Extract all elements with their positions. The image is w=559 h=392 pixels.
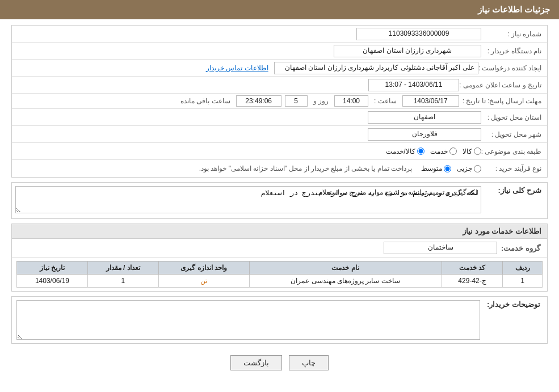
purchase-mutavasset-label: متوسط (421, 165, 442, 172)
contact-link[interactable]: اطلاعات تماس خریدار (206, 64, 268, 72)
purchase-type-row: نوع فرآیند خرید : متوسط جزیی پرداخت تمام… (12, 160, 547, 177)
page-wrapper: جزئیات اطلاعات نیاز شماره نیاز : 1103093… (0, 0, 559, 392)
col-header-name: نام خدمت (249, 262, 442, 275)
need-number-label: شماره نیاز : (481, 30, 544, 38)
col-header-date: تاریخ نیاز (17, 262, 88, 275)
services-table-body: 1 ج-42-429 ساخت سایر پروژه‌های مهندسی عم… (17, 275, 543, 288)
purchase-jozi-label: جزیی (457, 165, 472, 172)
service-group-value: ساختمان (384, 242, 497, 254)
services-section: اطلاعات خدمات مورد نیاز گروه خدمت: ساختم… (11, 224, 548, 292)
remaining-time: 23:49:06 (236, 95, 281, 107)
buyer-org-value: شهرداری زارزان استان اصفهان (334, 45, 481, 57)
category-kala-option[interactable]: کالا (463, 147, 481, 155)
delivery-province-label: استان محل تحویل : (481, 113, 544, 121)
remaining-label: روز و (311, 97, 331, 105)
col-header-row: ردیف (503, 262, 543, 275)
need-number-value: 1103093336000009 (356, 28, 481, 40)
cell-name: ساخت سایر پروژه‌های مهندسی عمران (249, 275, 442, 288)
remaining-days: 5 (285, 95, 308, 107)
public-announce-row: تاریخ و ساعت اعلان عمومی : 1403/06/11 - … (12, 77, 547, 94)
print-button[interactable]: چاپ (289, 355, 329, 370)
table-row: 1 ج-42-429 ساخت سایر پروژه‌های مهندسی عم… (17, 275, 543, 288)
delivery-province-value: اصفهان (368, 111, 481, 124)
send-deadline-time: 14:00 (334, 95, 368, 107)
purchase-jozi-option[interactable]: جزیی (457, 165, 481, 172)
cell-qty: 1 (87, 275, 158, 288)
buyer-org-row: نام دستگاه خریدار : شهرداری زارزان استان… (12, 43, 547, 60)
services-table-container: ردیف کد خدمت نام خدمت واحد اندازه گیری ت… (12, 258, 547, 291)
col-header-qty: تعداد / مقدار (87, 262, 158, 275)
need-number-row: شماره نیاز : 1103093336000009 (12, 26, 547, 43)
buttons-row: چاپ بازگشت (11, 348, 548, 374)
need-description-row: شرح کلی نیاز: لکه گیری و ترمیم ترانشه به… (12, 183, 547, 218)
need-description-textarea[interactable] (15, 186, 481, 213)
send-deadline-date: 1403/06/17 (402, 95, 459, 107)
page-title: جزئیات اطلاعات نیاز (478, 5, 550, 14)
need-description-section: شرح کلی نیاز: لکه گیری و ترمیم ترانشه به… (11, 182, 548, 219)
cell-row: 1 (503, 275, 543, 288)
main-form-section: شماره نیاز : 1103093336000009 نام دستگاه… (11, 25, 548, 178)
purchase-mutavasset-radio[interactable] (444, 165, 451, 172)
need-description-label: شرح کلی نیاز: (481, 186, 544, 195)
creator-row: ایجاد کننده درخواست : علی اکبر آقاجانی د… (12, 60, 547, 77)
services-table-header-row: ردیف کد خدمت نام خدمت واحد اندازه گیری ت… (17, 262, 543, 275)
remaining-suffix: ساعت باقی مانده (178, 97, 233, 105)
buyer-notes-section: توضیحات خریدار: (11, 296, 548, 344)
creator-label: ایجاد کننده درخواست : (478, 64, 544, 72)
category-kala-khadamat-option[interactable]: کالا/خدمت (386, 147, 424, 155)
category-label: طبقه بندی موضوعی : (481, 147, 544, 155)
cell-unit: تن (158, 275, 249, 288)
creator-value: علی اکبر آقاجانی دشتلوئی کاربردار شهردار… (274, 62, 478, 74)
cell-date: 1403/06/19 (17, 275, 88, 288)
category-khadamat-option[interactable]: خدمت (430, 147, 457, 155)
services-table: ردیف کد خدمت نام خدمت واحد اندازه گیری ت… (16, 261, 543, 288)
category-kala-label: کالا (463, 147, 472, 155)
services-table-head: ردیف کد خدمت نام خدمت واحد اندازه گیری ت… (17, 262, 543, 275)
content-area: شماره نیاز : 1103093336000009 نام دستگاه… (0, 19, 559, 380)
buyer-notes-label: توضیحات خریدار: (480, 300, 543, 309)
service-group-label: گروه خدمت: (497, 244, 543, 252)
need-description-area: لکه گیری و ترمیم ترانشه به شرح موارد مند… (15, 186, 481, 215)
buyer-notes-inner: توضیحات خریدار: (12, 297, 547, 343)
col-header-code: کد خدمت (442, 262, 503, 275)
delivery-city-row: شهر محل تحویل : فلاورجان (12, 126, 547, 143)
buyer-notes-textarea[interactable] (16, 300, 480, 340)
category-khadamat-radio[interactable] (449, 147, 457, 155)
public-announce-value: 1403/06/11 - 13:07 (368, 79, 459, 91)
category-radio-group: کالا/خدمت خدمت کالا (386, 147, 481, 155)
category-kala-khadamat-label: کالا/خدمت (386, 147, 415, 155)
send-deadline-row: مهلت ارسال پاسخ: تا تاریخ : 1403/06/17 س… (12, 94, 547, 109)
send-deadline-label: مهلت ارسال پاسخ: تا تاریخ : (463, 97, 544, 105)
buyer-org-label: نام دستگاه خریدار : (481, 47, 544, 55)
category-kala-khadamat-radio[interactable] (417, 147, 424, 155)
delivery-province-row: استان محل تحویل : اصفهان (12, 109, 547, 126)
col-header-unit: واحد اندازه گیری (158, 262, 249, 275)
purchase-jozi-radio[interactable] (474, 165, 481, 172)
category-kala-radio[interactable] (474, 147, 481, 155)
send-deadline-time-label: ساعت : (372, 97, 399, 105)
delivery-city-label: شهر محل تحویل : (481, 130, 544, 138)
purchase-mutavasset-option[interactable]: متوسط (421, 165, 451, 172)
purchase-type-radio-group: متوسط جزیی (421, 165, 481, 172)
services-header: اطلاعات خدمات مورد نیاز (12, 224, 547, 239)
purchase-note: پرداخت تمام یا بخشی از مبلغ خریدار از مح… (199, 165, 412, 172)
service-group-row: گروه خدمت: ساختمان (12, 239, 547, 258)
back-button[interactable]: بازگشت (230, 355, 282, 370)
public-announce-label: تاریخ و ساعت اعلان عمومی : (459, 81, 544, 89)
delivery-city-value: فلاورجان (368, 128, 481, 141)
category-row: طبقه بندی موضوعی : کالا/خدمت خدمت کالا (12, 143, 547, 160)
cell-code: ج-42-429 (442, 275, 503, 288)
page-header: جزئیات اطلاعات نیاز (0, 0, 559, 19)
category-khadamat-label: خدمت (430, 147, 448, 155)
purchase-type-label: نوع فرآیند خرید : (481, 165, 544, 172)
